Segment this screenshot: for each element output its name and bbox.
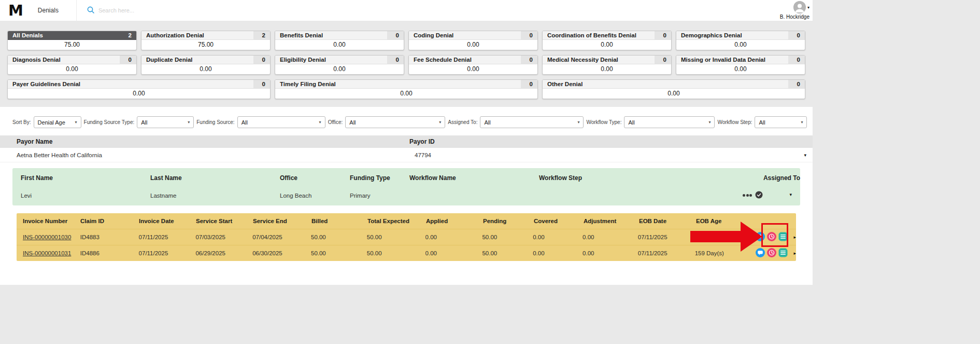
app-logo[interactable]: M <box>8 3 22 18</box>
billed-header: Billed <box>311 218 367 224</box>
invoice-number-link[interactable]: INS-00000001030 <box>23 234 71 240</box>
card-count: 0 <box>788 31 805 39</box>
filter-label: Office: <box>328 119 343 125</box>
denial-card-other[interactable]: Other Denial00.00 <box>542 79 805 99</box>
card-header: Authorization Denial2 <box>141 31 270 40</box>
card-value: 0.00 <box>676 64 805 74</box>
denial-card-authorization[interactable]: Authorization Denial275.00 <box>141 31 271 50</box>
chevron-down-icon[interactable]: ▾ <box>804 153 806 158</box>
invoice-date-header: Invoice Date <box>139 218 196 224</box>
denial-card-missing-or-invalid-data[interactable]: Missing or Invalid Data Denial00.00 <box>676 55 805 75</box>
card-header: Coding Denial0 <box>409 31 537 40</box>
filter-label: Funding Source Type: <box>84 119 135 125</box>
workflow-type-select[interactable]: All▾ <box>624 116 715 128</box>
assigned-to-header: Assigned To <box>663 174 800 182</box>
user-menu-trigger[interactable]: ▾ <box>793 1 809 13</box>
invoice-row[interactable]: INS-00000001030 ID4883 07/11/2025 07/03/… <box>17 229 796 245</box>
claim-id-cell: ID4883 <box>80 234 139 240</box>
filter-funding-source-type: Funding Source Type:All▾ <box>84 116 194 128</box>
last-name-cell: Lastname <box>142 192 272 199</box>
card-count: 0 <box>387 56 404 64</box>
payor-id: 47794 <box>409 152 813 158</box>
denial-card-medical-necessity[interactable]: Medical Necessity Denial00.00 <box>542 55 672 75</box>
denial-card-demographics[interactable]: Demographics Denial00.00 <box>676 31 805 50</box>
user-menu: ▾ B. Hockridge <box>780 1 809 20</box>
office-select[interactable]: All▾ <box>345 116 445 128</box>
invoice-row[interactable]: INS-00000001031 ID4886 07/11/2025 06/29/… <box>17 245 796 261</box>
list-icon[interactable] <box>778 248 788 258</box>
denial-card-benefits[interactable]: Benefits Denial00.00 <box>275 31 404 50</box>
card-header: All Denials2 <box>8 31 136 40</box>
first-name-cell: Levi <box>12 192 142 199</box>
patient-section[interactable]: First Name Last Name Office Funding Type… <box>12 168 800 205</box>
chevron-right-icon[interactable]: ▸ <box>793 235 796 240</box>
denial-card-all-denials[interactable]: All Denials275.00 <box>7 31 137 50</box>
eob-age-cell: 159 Day(s) <box>695 250 752 256</box>
card-label: Medical Necessity Denial <box>543 56 618 64</box>
clock-icon[interactable] <box>767 232 776 242</box>
funding-type-header: Funding Type <box>342 174 401 182</box>
ellipsis-icon[interactable] <box>743 194 752 197</box>
search-input[interactable] <box>98 7 264 13</box>
chevron-down-icon: ▾ <box>75 120 77 125</box>
card-header: Demographics Denial0 <box>676 31 805 40</box>
select-value: All <box>141 119 147 126</box>
sort-by-select[interactable]: Denial Age▾ <box>34 116 81 128</box>
payor-header-row: Payor Name Payor ID <box>0 135 813 148</box>
payor-row[interactable]: Aetna Better Health of California 47794 … <box>0 148 813 162</box>
list-icon[interactable] <box>778 232 788 242</box>
denial-card-diagnosis[interactable]: Diagnosis Denial00.00 <box>7 55 137 75</box>
funding-source-select[interactable]: All▾ <box>237 116 325 128</box>
billed-cell: 50.00 <box>311 250 367 256</box>
claim-id-header: Claim ID <box>80 218 139 224</box>
filter-label: Workflow Step: <box>717 119 752 125</box>
chevron-down-icon: ▾ <box>439 120 441 125</box>
chevron-down-icon: ▾ <box>708 120 711 125</box>
denial-card-eligibility[interactable]: Eligibility Denial00.00 <box>275 55 404 75</box>
filter-assigned-to: Assigned To:All▾ <box>448 116 584 128</box>
app: M Denials ▾ B. Hockridge All Denials275.… <box>0 0 813 285</box>
filter-sort-by: Sort By:Denial Age▾ <box>12 116 81 128</box>
denial-card-timely-filing[interactable]: Timely Filing Denial00.00 <box>275 79 538 99</box>
chevron-right-icon[interactable]: ▸ <box>793 251 796 256</box>
patient-row[interactable]: Levi Lastname Long Beach Primary <box>12 186 800 200</box>
workflow-step-select[interactable]: All▾ <box>755 116 807 128</box>
card-label: Duplicate Denial <box>141 56 192 64</box>
chevron-down-icon[interactable]: ▾ <box>789 192 792 197</box>
search-icon <box>87 6 94 15</box>
card-header: Payer Guidelines Denial0 <box>8 80 270 89</box>
funding-source-type-select[interactable]: All▾ <box>137 116 194 128</box>
card-count: 2 <box>120 31 136 39</box>
denial-card-coding[interactable]: Coding Denial00.00 <box>408 31 538 50</box>
eob-date-cell: 07/11/2025 <box>638 234 695 240</box>
card-header: Other Denial0 <box>543 80 805 89</box>
applied-cell: 0.00 <box>425 234 482 240</box>
assigned-to-select[interactable]: All▾ <box>480 116 584 128</box>
filter-workflow-step: Workflow Step:All▾ <box>717 116 807 128</box>
topbar: M Denials ▾ B. Hockridge <box>0 0 813 21</box>
card-value: 75.00 <box>8 40 136 50</box>
card-count: 0 <box>521 80 537 88</box>
invoice-number-link[interactable]: INS-00000001031 <box>23 250 71 256</box>
card-value: 0.00 <box>543 89 805 99</box>
clock-icon[interactable] <box>767 248 776 258</box>
invoice-row-actions: ▸ <box>751 232 796 242</box>
payor-id-header: Payor ID <box>409 138 813 145</box>
last-name-header: Last Name <box>142 174 272 182</box>
card-label: Payer Guidelines Denial <box>8 80 80 88</box>
denial-card-payer-guidelines[interactable]: Payer Guidelines Denial00.00 <box>7 79 271 99</box>
card-header: Missing or Invalid Data Denial0 <box>676 56 805 64</box>
card-count: 0 <box>521 56 537 64</box>
check-circle-icon[interactable] <box>755 191 763 200</box>
card-value: 0.00 <box>8 89 270 99</box>
select-value: All <box>484 119 490 126</box>
card-header: Timely Filing Denial0 <box>275 80 537 89</box>
select-value: All <box>759 119 765 126</box>
card-count: 0 <box>253 56 270 64</box>
chat-icon[interactable] <box>756 232 765 242</box>
denial-card-coordination-of-benefits[interactable]: Coordination of Benefits Denial00.00 <box>542 31 672 50</box>
select-value: All <box>628 119 634 126</box>
denial-card-duplicate[interactable]: Duplicate Denial00.00 <box>141 55 271 75</box>
denial-card-fee-schedule[interactable]: Fee Schedule Denial00.00 <box>408 55 538 75</box>
chat-icon[interactable] <box>756 248 765 258</box>
